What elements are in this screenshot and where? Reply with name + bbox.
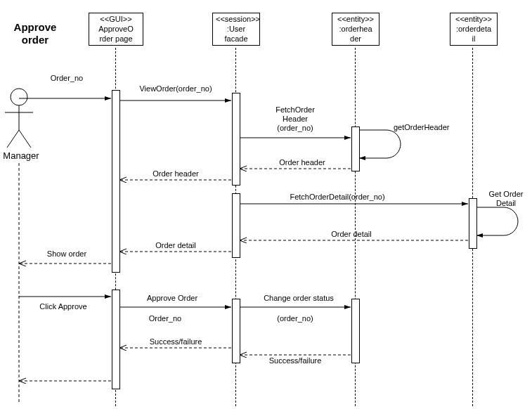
stereotype: <<GUI>> <box>92 15 140 25</box>
lifeline-detail: <<entity>> :orderdeta il <box>450 13 498 46</box>
msg-ret-header-1: Order header <box>267 158 337 167</box>
msg-show-order: Show order <box>32 249 102 259</box>
svg-point-0 <box>11 89 27 105</box>
sequence-diagram: Approve order <box>0 0 532 409</box>
activation-session-1 <box>232 93 240 186</box>
stereotype: <<entity>> <box>335 15 376 25</box>
activation-detail-1 <box>469 198 477 249</box>
stereotype: <<entity>> <box>453 15 494 25</box>
msg-get-detail: Get Order Detail <box>481 190 531 208</box>
msg-change-status: Change order status <box>246 294 351 303</box>
msg-fetch-header: FetchOrder Header (order_no) <box>253 105 337 134</box>
activation-gui-2 <box>112 290 120 389</box>
lifeline-name: :User facade <box>216 25 257 44</box>
msg-ret-detail-1: Order detail <box>316 230 387 239</box>
msg-click-approve: Click Approve <box>28 302 98 311</box>
lifeline-name: ApproveO rder page <box>92 25 140 44</box>
msg-fetch-detail: FetchOrderDetail(order_no) <box>267 193 408 202</box>
activation-session-3 <box>232 299 240 363</box>
msg-get-header: getOrderHeader <box>394 123 471 132</box>
activation-gui-1 <box>112 90 120 273</box>
msg-change-arg: (order_no) <box>264 314 327 323</box>
svg-line-3 <box>7 130 19 148</box>
lifeline-session: <<session>> :User facade <box>212 13 260 46</box>
lifeline-name: :orderdeta il <box>453 25 494 44</box>
msg-ret-header-2: Order header <box>141 169 211 178</box>
activation-header-1 <box>351 126 360 171</box>
msg-view-order: ViewOrder(order_no) <box>126 84 225 93</box>
msg-order-no: Order_no <box>39 74 95 83</box>
activation-header-2 <box>351 299 360 363</box>
actor-label: Manager <box>0 150 42 162</box>
diagram-svg <box>0 0 532 409</box>
msg-approve-arg: Order_no <box>137 314 193 323</box>
lifeline-header: <<entity>> :orderhea der <box>332 13 379 46</box>
lifeline-gui: <<GUI>> ApproveO rder page <box>89 13 143 46</box>
stereotype: <<session>> <box>216 15 257 25</box>
svg-line-4 <box>19 130 31 148</box>
msg-ret-detail-2: Order detail <box>141 241 211 250</box>
msg-approve-order: Approve Order <box>130 294 214 303</box>
lifeline-name: :orderhea der <box>335 25 376 44</box>
activation-session-2 <box>232 193 240 258</box>
msg-ret-status-1: Success/failure <box>257 356 334 365</box>
actor-manager <box>5 89 33 148</box>
msg-ret-status-2: Success/failure <box>137 337 214 346</box>
